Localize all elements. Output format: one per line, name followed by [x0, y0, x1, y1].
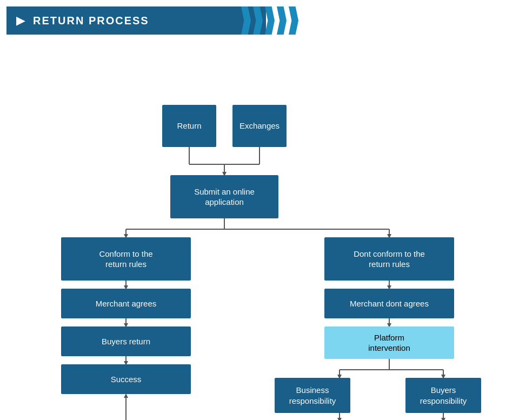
arrow-1: [241, 6, 251, 35]
svg-marker-30: [441, 418, 445, 420]
buyers-resp-box: Buyers responsibility: [405, 378, 481, 413]
return-box: Return: [162, 105, 216, 147]
arrow-2: [253, 6, 263, 35]
svg-marker-34: [124, 394, 128, 398]
merchant-agrees-box: Merchant agrees: [61, 289, 191, 318]
business-resp-box: Business responsibility: [275, 378, 350, 413]
arrow-5: [289, 6, 298, 35]
header-arrows: [241, 6, 298, 35]
submit-box: Submit an online application: [170, 175, 278, 218]
buyers-return-left-box: Buyers return: [61, 326, 191, 356]
svg-marker-28: [337, 418, 342, 420]
arrow-4: [277, 6, 287, 35]
header-title: RETURN PROCESS: [33, 15, 149, 27]
merchant-dont-box: Merchant dont agrees: [324, 289, 454, 318]
flowchart: Return Exchanges Submit an online applic…: [11, 51, 508, 420]
success-box: Success: [61, 364, 191, 394]
dont-conform-box: Dont conform to the return rules: [324, 237, 454, 281]
exchanges-box: Exchanges: [232, 105, 287, 147]
header-icon: ▶: [16, 14, 25, 28]
header-bar: ▶ RETURN PROCESS: [6, 6, 266, 35]
arrow-3: [265, 6, 275, 35]
conform-box: Conform to the return rules: [61, 237, 191, 281]
platform-box: Platform intervention: [324, 326, 454, 359]
